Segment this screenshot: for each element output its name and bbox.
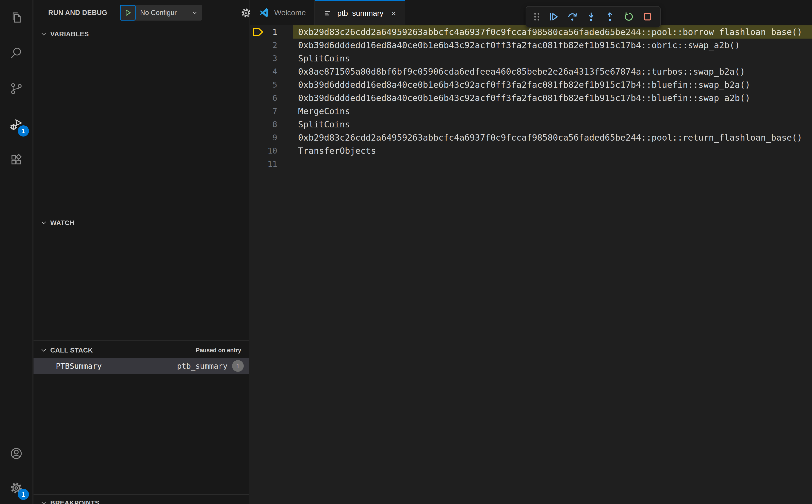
step-out-icon (604, 11, 616, 23)
vscode-window: 1 1 RUN AND DEBUG (0, 0, 812, 504)
section-divider (34, 340, 249, 341)
section-watch[interactable]: WATCH (34, 215, 249, 231)
line-number: 1 (272, 27, 277, 37)
section-variables[interactable]: VARIABLES (34, 26, 249, 42)
code-line-7[interactable]: 7 MergeCoins (250, 105, 812, 118)
code-line-11[interactable]: 11 (250, 157, 812, 171)
toolbar-drag-gripper[interactable] (530, 8, 543, 25)
vscode-logo-icon (258, 7, 270, 18)
search-icon (9, 46, 23, 60)
code-text: 0xb39d6dddedd16ed8a40ce0b1e6b43c92acf0ff… (293, 78, 812, 91)
stop-button[interactable] (639, 8, 656, 25)
call-stack-frame-row[interactable]: PTBSummary ptb_summary 1 (34, 358, 249, 374)
activity-item-run-and-debug[interactable]: 1 (0, 111, 32, 139)
code-text: 0xb39d6dddedd16ed8a40ce0b1e6b43c92acf0ff… (293, 39, 812, 52)
line-number: 4 (272, 67, 277, 76)
step-into-button[interactable] (583, 8, 600, 25)
start-debugging-button[interactable] (120, 5, 136, 21)
close-tab-icon[interactable]: × (391, 9, 396, 18)
code-text: 0xb29d83c26cdd2a64959263abbcfc4a6937f0c9… (293, 131, 812, 144)
section-label: VARIABLES (50, 30, 89, 38)
sidebar-title: RUN AND DEBUG (48, 0, 107, 25)
activity-item-extensions[interactable] (0, 146, 32, 174)
line-number: 5 (272, 80, 277, 90)
code-line-5[interactable]: 5 0xb39d6dddedd16ed8a40ce0b1e6b43c92acf0… (250, 78, 812, 91)
file-lines-icon (323, 9, 332, 18)
code-line-8[interactable]: 8 SplitCoins (250, 118, 812, 131)
tab-label: ptb_summary (337, 9, 383, 18)
stack-frame-file: ptb_summary (177, 362, 227, 371)
code-editor[interactable]: 1 0xb29d83c26cdd2a64959263abbcfc4a6937f0… (250, 25, 812, 504)
code-text: TransferObjects (293, 144, 812, 157)
stack-frame-name: PTBSummary (56, 362, 102, 371)
section-label: WATCH (50, 219, 74, 227)
stack-frame-badge: 1 (232, 360, 244, 372)
activity-item-explorer[interactable] (0, 4, 32, 31)
line-number: 6 (272, 93, 277, 103)
code-text: SplitCoins (293, 52, 812, 65)
code-line-4[interactable]: 4 0x8ae871505a80d8bf6bf9c05906cda6edfeea… (250, 65, 812, 78)
editor-group: Welcome ptb_summary × (250, 0, 812, 504)
code-text: SplitCoins (293, 118, 812, 131)
debug-config-group: No Configur (120, 5, 202, 21)
restart-button[interactable] (620, 8, 637, 25)
line-number: 11 (267, 159, 277, 169)
section-call-stack[interactable]: CALL STACK Paused on entry (34, 342, 249, 358)
files-icon (9, 11, 23, 24)
sidebar-header: RUN AND DEBUG No Configur (34, 0, 249, 25)
code-text: MergeCoins (293, 105, 812, 118)
activity-bar: 1 1 (0, 0, 33, 504)
debug-toolbar (526, 6, 661, 27)
activity-item-accounts[interactable] (0, 440, 32, 467)
activity-item-search[interactable] (0, 39, 32, 67)
chevron-down-icon (40, 30, 48, 38)
debug-badge: 1 (18, 125, 29, 137)
code-text: 0xb39d6dddedd16ed8a40ce0b1e6b43c92acf0ff… (293, 91, 812, 105)
tab-welcome[interactable]: Welcome (250, 0, 315, 25)
settings-badge: 1 (18, 489, 29, 500)
line-number: 10 (267, 146, 277, 156)
line-number: 7 (272, 106, 277, 116)
continue-button[interactable] (545, 8, 562, 25)
debug-status-badge: Paused on entry (196, 347, 241, 354)
gutter: 1 (250, 25, 293, 39)
line-number: 8 (272, 120, 277, 129)
code-text (293, 157, 812, 171)
activity-item-settings[interactable]: 1 (0, 474, 32, 502)
line-number: 3 (272, 54, 277, 63)
code-line-10[interactable]: 10 TransferObjects (250, 144, 812, 157)
code-line-9[interactable]: 9 0xb29d83c26cdd2a64959263abbcfc4a6937f0… (250, 131, 812, 144)
code-line-6[interactable]: 6 0xb39d6dddedd16ed8a40ce0b1e6b43c92acf0… (250, 91, 812, 105)
source-control-icon (9, 82, 23, 95)
step-into-icon (585, 11, 597, 23)
debug-current-line-arrow-icon (252, 27, 264, 37)
chevron-down-icon (40, 346, 48, 354)
play-icon (123, 8, 132, 17)
run-and-debug-sidebar: RUN AND DEBUG No Configur (34, 0, 249, 504)
step-over-button[interactable] (564, 8, 581, 25)
section-label: CALL STACK (50, 346, 93, 354)
section-breakpoints[interactable]: BREAKPOINTS (34, 495, 249, 504)
debug-config-dropdown[interactable]: No Configur (136, 5, 202, 21)
activity-item-source-control[interactable] (0, 75, 32, 103)
continue-icon (548, 11, 559, 23)
code-line-3[interactable]: 3 SplitCoins (250, 52, 812, 65)
section-label: BREAKPOINTS (50, 499, 99, 504)
gripper-icon (531, 11, 543, 23)
stop-icon (642, 11, 653, 23)
step-out-button[interactable] (601, 8, 619, 25)
section-divider (34, 213, 249, 213)
debug-config-label: No Configur (140, 9, 177, 17)
chevron-down-icon (40, 219, 48, 227)
line-number: 9 (272, 133, 277, 142)
step-over-icon (567, 11, 578, 23)
line-number: 2 (272, 40, 277, 50)
tab-ptb-summary[interactable]: ptb_summary × (315, 0, 405, 25)
code-text: 0x8ae871505a80d8bf6bf9c05906cda6edfeea46… (293, 65, 812, 78)
tab-label: Welcome (274, 8, 306, 17)
code-line-2[interactable]: 2 0xb39d6dddedd16ed8a40ce0b1e6b43c92acf0… (250, 39, 812, 52)
extensions-icon (9, 153, 23, 166)
chevron-down-icon (191, 9, 198, 16)
stack-frame-meta: ptb_summary 1 (177, 360, 244, 372)
chevron-down-icon (40, 499, 48, 504)
